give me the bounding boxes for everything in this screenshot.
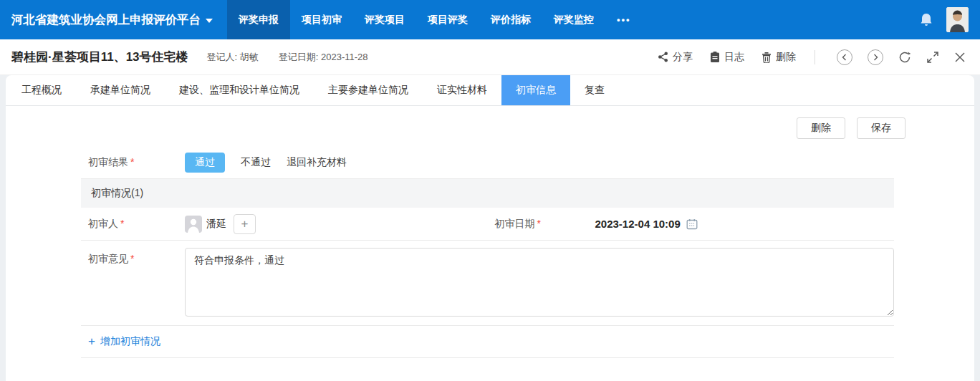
- record-actions: 分享 日志 删除: [658, 49, 966, 65]
- calendar-icon[interactable]: [686, 218, 698, 230]
- log-button[interactable]: 日志: [710, 51, 744, 64]
- record-title: 碧桂园·星荟项目11、13号住宅楼: [11, 49, 188, 65]
- review-opinion-textarea[interactable]: 符合申报条件，通过: [185, 248, 894, 317]
- registration-date: 2023-11-28: [321, 52, 368, 62]
- form-toolbar: 删除 保存: [6, 106, 974, 146]
- share-button[interactable]: 分享: [658, 51, 693, 64]
- review-date-value[interactable]: 2023-12-04 10:09: [595, 218, 681, 230]
- review-section-header: 初审情况(1): [81, 179, 894, 208]
- reviewer-date-row: 初审人* 潘延 + 初审日期* 2023-12-04 10: [81, 208, 894, 241]
- option-fail[interactable]: 不通过: [241, 156, 271, 169]
- top-navigation-bar: 河北省建筑业协会网上申报评价平台 评奖申报 项目初审 评奖项目 项目评奖 评价指…: [0, 0, 980, 39]
- log-icon: [710, 52, 720, 63]
- chevron-down-icon: [206, 19, 213, 23]
- review-date-field: 初审日期* 2023-12-04 10:09: [488, 218, 895, 231]
- nav-item-evaluation-metrics[interactable]: 评价指标: [479, 0, 542, 39]
- tab-initial-review-info[interactable]: 初审信息: [501, 75, 570, 105]
- chevron-right-icon: [872, 54, 879, 61]
- registration-date-meta: 登记日期: 2023-11-28: [279, 51, 368, 64]
- topbar-spacer: [643, 0, 906, 39]
- nav-item-award-monitoring[interactable]: 评奖监控: [542, 0, 605, 39]
- delete-record-button[interactable]: 删除: [762, 51, 796, 64]
- refresh-icon: [898, 51, 911, 64]
- platform-brand-menu[interactable]: 河北省建筑业协会网上申报评价平台: [0, 0, 227, 39]
- add-review-row: + 增加初审情况: [81, 326, 894, 358]
- platform-title: 河北省建筑业协会网上申报评价平台: [11, 12, 201, 28]
- share-icon: [658, 52, 668, 62]
- person-icon: [185, 216, 202, 233]
- next-record-button[interactable]: [868, 49, 883, 65]
- page-background: 工程概况 承建单位简况 建设、监理和设计单位简况 主要参建单位简况 证实性材料 …: [0, 75, 980, 381]
- review-result-options: 通过 不通过 退回补充材料: [185, 153, 347, 173]
- actions-divider: [815, 50, 815, 64]
- chevron-left-icon: [841, 54, 848, 61]
- option-return-supplement[interactable]: 退回补充材料: [287, 156, 347, 169]
- initial-review-form: 初审结果* 通过 不通过 退回补充材料 初审情况(1) 初审人*: [81, 146, 894, 358]
- reviewer-field: 初审人* 潘延 +: [81, 214, 488, 234]
- review-result-label: 初审结果*: [81, 156, 185, 169]
- review-date-label: 初审日期*: [488, 218, 595, 231]
- record-title-bar: 碧桂园·星荟项目11、13号住宅楼 登记人: 胡敏 登记日期: 2023-11-…: [0, 39, 980, 75]
- nav-item-project-initial-review[interactable]: 项目初审: [290, 0, 353, 39]
- required-mark: *: [130, 156, 134, 168]
- add-review-link[interactable]: + 增加初审情况: [81, 335, 160, 348]
- record-detail-card: 工程概况 承建单位简况 建设、监理和设计单位简况 主要参建单位简况 证实性材料 …: [6, 75, 974, 381]
- tab-main-participants[interactable]: 主要参建单位简况: [314, 75, 423, 105]
- tab-project-overview[interactable]: 工程概况: [7, 75, 76, 105]
- review-opinion-row: 初审意见* 符合申报条件，通过: [81, 241, 894, 326]
- plus-icon: +: [88, 335, 95, 347]
- registrant-meta: 登记人: 胡敏: [207, 51, 259, 64]
- close-button[interactable]: [954, 52, 966, 63]
- review-opinion-label: 初审意见*: [81, 248, 185, 266]
- reviewer-name: 潘延: [206, 218, 226, 231]
- registrant-name: 胡敏: [240, 52, 259, 62]
- window-controls: [837, 49, 966, 65]
- tab-contractor-profile[interactable]: 承建单位简况: [76, 75, 165, 105]
- required-mark: *: [120, 218, 124, 229]
- tab-supporting-materials[interactable]: 证实性材料: [423, 75, 501, 105]
- nav-item-award-projects[interactable]: 评奖项目: [353, 0, 416, 39]
- notification-bell-icon[interactable]: [906, 0, 946, 39]
- required-mark: *: [130, 253, 134, 264]
- option-pass[interactable]: 通过: [185, 153, 225, 173]
- refresh-button[interactable]: [898, 51, 911, 64]
- reviewer-label: 初审人*: [81, 218, 185, 231]
- required-mark: *: [537, 218, 541, 229]
- user-avatar[interactable]: [946, 7, 969, 32]
- review-result-row: 初审结果* 通过 不通过 退回补充材料: [81, 146, 894, 179]
- prev-record-button[interactable]: [837, 49, 852, 65]
- fullscreen-icon: [926, 51, 939, 64]
- more-menu-icon[interactable]: •••: [605, 0, 643, 39]
- detail-tabs: 工程概况 承建单位简况 建设、监理和设计单位简况 主要参建单位简况 证实性材料 …: [6, 75, 974, 106]
- close-icon: [954, 52, 966, 63]
- fullscreen-button[interactable]: [926, 51, 939, 64]
- tab-recheck[interactable]: 复查: [570, 75, 619, 105]
- save-button[interactable]: 保存: [857, 117, 905, 139]
- trash-icon: [762, 52, 772, 63]
- nav-item-project-awarding[interactable]: 项目评奖: [416, 0, 479, 39]
- main-nav: 评奖申报 项目初审 评奖项目 项目评奖 评价指标 评奖监控 •••: [227, 0, 643, 39]
- tab-construction-supervision-design[interactable]: 建设、监理和设计单位简况: [165, 75, 314, 105]
- add-reviewer-button[interactable]: +: [234, 214, 256, 234]
- delete-button[interactable]: 删除: [797, 117, 845, 139]
- nav-item-award-apply[interactable]: 评奖申报: [227, 0, 290, 39]
- reviewer-avatar: [185, 216, 202, 233]
